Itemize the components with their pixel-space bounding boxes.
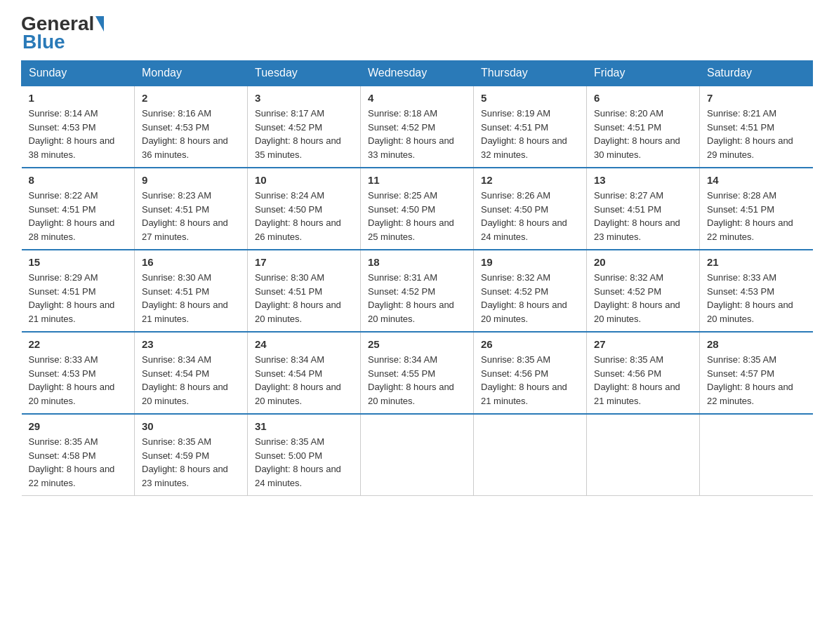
weekday-header-wednesday: Wednesday xyxy=(361,61,474,86)
calendar-day-cell: 24 Sunrise: 8:34 AMSunset: 4:54 PMDaylig… xyxy=(248,332,361,414)
day-number: 12 xyxy=(481,174,579,186)
weekday-header-saturday: Saturday xyxy=(700,61,813,86)
day-number: 3 xyxy=(255,92,353,104)
calendar-day-cell: 16 Sunrise: 8:30 AMSunset: 4:51 PMDaylig… xyxy=(135,250,248,332)
day-info: Sunrise: 8:35 AMSunset: 4:59 PMDaylight:… xyxy=(142,436,228,488)
day-number: 14 xyxy=(707,174,806,186)
day-number: 15 xyxy=(29,256,128,268)
logo-blue-text: Blue xyxy=(22,31,65,53)
day-info: Sunrise: 8:16 AMSunset: 4:53 PMDaylight:… xyxy=(142,108,228,160)
calendar-day-cell: 30 Sunrise: 8:35 AMSunset: 4:59 PMDaylig… xyxy=(135,414,248,496)
weekday-header-thursday: Thursday xyxy=(474,61,587,86)
day-info: Sunrise: 8:20 AMSunset: 4:51 PMDaylight:… xyxy=(594,108,680,160)
day-info: Sunrise: 8:19 AMSunset: 4:51 PMDaylight:… xyxy=(481,108,567,160)
day-info: Sunrise: 8:26 AMSunset: 4:50 PMDaylight:… xyxy=(481,190,567,242)
day-number: 6 xyxy=(594,92,692,104)
day-number: 19 xyxy=(481,256,579,268)
calendar-day-cell: 10 Sunrise: 8:24 AMSunset: 4:50 PMDaylig… xyxy=(248,168,361,250)
day-info: Sunrise: 8:32 AMSunset: 4:52 PMDaylight:… xyxy=(594,272,680,324)
day-number: 26 xyxy=(481,338,579,350)
calendar-week-row: 1 Sunrise: 8:14 AMSunset: 4:53 PMDayligh… xyxy=(22,86,813,168)
day-info: Sunrise: 8:27 AMSunset: 4:51 PMDaylight:… xyxy=(594,190,680,242)
calendar-day-cell: 20 Sunrise: 8:32 AMSunset: 4:52 PMDaylig… xyxy=(587,250,700,332)
day-info: Sunrise: 8:34 AMSunset: 4:54 PMDaylight:… xyxy=(255,354,341,406)
weekday-header-friday: Friday xyxy=(587,61,700,86)
day-info: Sunrise: 8:23 AMSunset: 4:51 PMDaylight:… xyxy=(142,190,228,242)
day-info: Sunrise: 8:29 AMSunset: 4:51 PMDaylight:… xyxy=(29,272,115,324)
day-number: 20 xyxy=(594,256,692,268)
calendar-day-cell: 2 Sunrise: 8:16 AMSunset: 4:53 PMDayligh… xyxy=(135,86,248,168)
day-info: Sunrise: 8:33 AMSunset: 4:53 PMDaylight:… xyxy=(29,354,115,406)
day-info: Sunrise: 8:35 AMSunset: 4:56 PMDaylight:… xyxy=(594,354,680,406)
day-number: 27 xyxy=(594,338,692,350)
day-info: Sunrise: 8:34 AMSunset: 4:55 PMDaylight:… xyxy=(368,354,454,406)
day-number: 5 xyxy=(481,92,579,104)
day-number: 4 xyxy=(368,92,466,104)
calendar-week-row: 8 Sunrise: 8:22 AMSunset: 4:51 PMDayligh… xyxy=(22,168,813,250)
calendar-day-cell xyxy=(700,414,813,496)
day-info: Sunrise: 8:24 AMSunset: 4:50 PMDaylight:… xyxy=(255,190,341,242)
day-number: 29 xyxy=(29,420,128,432)
weekday-header-tuesday: Tuesday xyxy=(248,61,361,86)
day-number: 21 xyxy=(707,256,806,268)
calendar-day-cell: 1 Sunrise: 8:14 AMSunset: 4:53 PMDayligh… xyxy=(22,86,135,168)
day-number: 30 xyxy=(142,420,240,432)
calendar-header: SundayMondayTuesdayWednesdayThursdayFrid… xyxy=(22,61,813,86)
calendar-day-cell: 11 Sunrise: 8:25 AMSunset: 4:50 PMDaylig… xyxy=(361,168,474,250)
calendar-day-cell: 23 Sunrise: 8:34 AMSunset: 4:54 PMDaylig… xyxy=(135,332,248,414)
weekday-header-sunday: Sunday xyxy=(22,61,135,86)
header: General Blue xyxy=(21,14,813,53)
calendar-day-cell xyxy=(587,414,700,496)
calendar-day-cell: 28 Sunrise: 8:35 AMSunset: 4:57 PMDaylig… xyxy=(700,332,813,414)
calendar-day-cell xyxy=(474,414,587,496)
day-info: Sunrise: 8:22 AMSunset: 4:51 PMDaylight:… xyxy=(29,190,115,242)
calendar-day-cell: 13 Sunrise: 8:27 AMSunset: 4:51 PMDaylig… xyxy=(587,168,700,250)
day-number: 25 xyxy=(368,338,466,350)
day-number: 18 xyxy=(368,256,466,268)
day-number: 17 xyxy=(255,256,353,268)
day-info: Sunrise: 8:30 AMSunset: 4:51 PMDaylight:… xyxy=(255,272,341,324)
day-number: 1 xyxy=(29,92,128,104)
calendar-day-cell: 19 Sunrise: 8:32 AMSunset: 4:52 PMDaylig… xyxy=(474,250,587,332)
day-number: 16 xyxy=(142,256,240,268)
day-info: Sunrise: 8:28 AMSunset: 4:51 PMDaylight:… xyxy=(707,190,793,242)
calendar-day-cell: 4 Sunrise: 8:18 AMSunset: 4:52 PMDayligh… xyxy=(361,86,474,168)
day-info: Sunrise: 8:14 AMSunset: 4:53 PMDaylight:… xyxy=(29,108,115,160)
calendar-day-cell: 15 Sunrise: 8:29 AMSunset: 4:51 PMDaylig… xyxy=(22,250,135,332)
day-info: Sunrise: 8:18 AMSunset: 4:52 PMDaylight:… xyxy=(368,108,454,160)
calendar-day-cell: 18 Sunrise: 8:31 AMSunset: 4:52 PMDaylig… xyxy=(361,250,474,332)
calendar-day-cell: 8 Sunrise: 8:22 AMSunset: 4:51 PMDayligh… xyxy=(22,168,135,250)
day-info: Sunrise: 8:32 AMSunset: 4:52 PMDaylight:… xyxy=(481,272,567,324)
day-info: Sunrise: 8:35 AMSunset: 4:57 PMDaylight:… xyxy=(707,354,793,406)
calendar-table: SundayMondayTuesdayWednesdayThursdayFrid… xyxy=(21,60,813,496)
calendar-day-cell xyxy=(361,414,474,496)
day-info: Sunrise: 8:25 AMSunset: 4:50 PMDaylight:… xyxy=(368,190,454,242)
day-number: 2 xyxy=(142,92,240,104)
day-number: 11 xyxy=(368,174,466,186)
day-number: 10 xyxy=(255,174,353,186)
day-info: Sunrise: 8:35 AMSunset: 4:58 PMDaylight:… xyxy=(29,436,115,488)
weekday-header-row: SundayMondayTuesdayWednesdayThursdayFrid… xyxy=(22,61,813,86)
day-info: Sunrise: 8:35 AMSunset: 4:56 PMDaylight:… xyxy=(481,354,567,406)
calendar-day-cell: 5 Sunrise: 8:19 AMSunset: 4:51 PMDayligh… xyxy=(474,86,587,168)
calendar-day-cell: 26 Sunrise: 8:35 AMSunset: 4:56 PMDaylig… xyxy=(474,332,587,414)
calendar-day-cell: 17 Sunrise: 8:30 AMSunset: 4:51 PMDaylig… xyxy=(248,250,361,332)
day-number: 8 xyxy=(29,174,128,186)
calendar-day-cell: 3 Sunrise: 8:17 AMSunset: 4:52 PMDayligh… xyxy=(248,86,361,168)
day-number: 7 xyxy=(707,92,806,104)
logo-triangle-icon xyxy=(95,16,104,32)
day-number: 24 xyxy=(255,338,353,350)
calendar-week-row: 22 Sunrise: 8:33 AMSunset: 4:53 PMDaylig… xyxy=(22,332,813,414)
calendar-body: 1 Sunrise: 8:14 AMSunset: 4:53 PMDayligh… xyxy=(22,86,813,496)
calendar-day-cell: 14 Sunrise: 8:28 AMSunset: 4:51 PMDaylig… xyxy=(700,168,813,250)
day-info: Sunrise: 8:31 AMSunset: 4:52 PMDaylight:… xyxy=(368,272,454,324)
day-info: Sunrise: 8:21 AMSunset: 4:51 PMDaylight:… xyxy=(707,108,793,160)
calendar-week-row: 15 Sunrise: 8:29 AMSunset: 4:51 PMDaylig… xyxy=(22,250,813,332)
calendar-day-cell: 29 Sunrise: 8:35 AMSunset: 4:58 PMDaylig… xyxy=(22,414,135,496)
day-info: Sunrise: 8:35 AMSunset: 5:00 PMDaylight:… xyxy=(255,436,341,488)
day-number: 13 xyxy=(594,174,692,186)
calendar-day-cell: 27 Sunrise: 8:35 AMSunset: 4:56 PMDaylig… xyxy=(587,332,700,414)
calendar-day-cell: 21 Sunrise: 8:33 AMSunset: 4:53 PMDaylig… xyxy=(700,250,813,332)
day-number: 28 xyxy=(707,338,806,350)
day-info: Sunrise: 8:34 AMSunset: 4:54 PMDaylight:… xyxy=(142,354,228,406)
